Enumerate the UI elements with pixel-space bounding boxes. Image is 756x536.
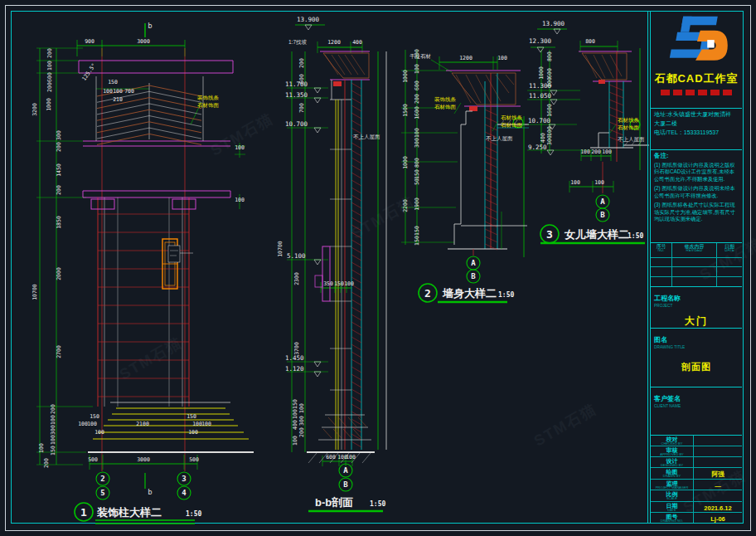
cad-annotation: 300 bbox=[414, 138, 420, 148]
grid-bubble-label: B bbox=[471, 272, 476, 280]
cad-line bbox=[496, 75, 509, 93]
cad-annotation: 900 bbox=[85, 38, 94, 45]
cad-line bbox=[610, 124, 616, 133]
cad-line bbox=[485, 207, 497, 212]
cad-annotation: 1:50 bbox=[498, 291, 514, 299]
revision-row bbox=[651, 258, 742, 268]
cad-annotation: 12.300 bbox=[529, 37, 552, 45]
cad-line bbox=[328, 417, 337, 426]
studio-slogan-blocks bbox=[661, 90, 732, 95]
cad-line bbox=[351, 120, 361, 126]
cad-annotation: 200 bbox=[414, 49, 420, 59]
cad-line bbox=[149, 134, 201, 144]
cad-annotation: 800 bbox=[585, 38, 595, 45]
cad-line bbox=[338, 55, 351, 75]
cad-annotation: 500 bbox=[189, 456, 199, 463]
cad-line bbox=[485, 199, 497, 205]
cad-line bbox=[351, 247, 361, 253]
cad-annotation: 1200 bbox=[327, 39, 341, 46]
cad-annotation: 3700 bbox=[293, 342, 300, 355]
cad-line bbox=[351, 359, 361, 365]
phone-line: 电话/TEL：15333119537 bbox=[654, 129, 739, 138]
cad-annotation: 400 bbox=[352, 39, 362, 46]
cad-line bbox=[351, 434, 361, 440]
drawing-title-section: 图名 DRAWING TITLE 剖面图 bbox=[651, 329, 742, 387]
grid-bubble-label: B bbox=[600, 211, 605, 219]
cad-annotation: 不上人屋面 bbox=[618, 136, 645, 143]
cad-annotation: 200 bbox=[56, 142, 62, 152]
cad-line bbox=[609, 92, 623, 98]
cad-line bbox=[343, 429, 351, 438]
cad-annotation: 2300 bbox=[293, 272, 300, 285]
cad-annotation: 100 bbox=[298, 403, 305, 413]
cad-line bbox=[485, 124, 497, 130]
cad-annotation: 100 bbox=[580, 149, 590, 155]
cad-annotation: 石材线条 bbox=[501, 115, 523, 121]
cad-line bbox=[610, 55, 622, 76]
cad-line bbox=[353, 429, 361, 438]
cad-line bbox=[149, 116, 201, 127]
cad-line bbox=[338, 417, 346, 426]
grid-bubble-label: A bbox=[471, 259, 476, 267]
cad-line bbox=[149, 122, 201, 133]
titleblock-info-table: 校对CHECKED BY审核APPROVED BY设计DESIGNED BY绘图… bbox=[651, 436, 742, 523]
cad-annotation: 1850 bbox=[56, 216, 62, 229]
cad-annotation: 1000 bbox=[538, 66, 545, 80]
cad-annotation: 100 bbox=[602, 149, 612, 155]
cad-line bbox=[485, 162, 497, 168]
cad-line bbox=[351, 404, 361, 410]
cad-rect bbox=[469, 106, 477, 111]
cad-annotation: 300 bbox=[56, 130, 62, 140]
cad-line bbox=[485, 229, 497, 235]
cad-line bbox=[485, 169, 497, 175]
cad-line bbox=[609, 107, 623, 113]
cad-annotation: 10700 bbox=[277, 241, 284, 257]
cad-line bbox=[97, 122, 149, 133]
titleblock-row: 监理PROJECT MANAGER— bbox=[651, 480, 742, 490]
cad-line bbox=[351, 292, 361, 298]
cad-line bbox=[351, 382, 361, 387]
cad-line bbox=[348, 417, 356, 426]
cad-line bbox=[485, 222, 497, 227]
cad-annotation: 石材饰面 bbox=[434, 104, 457, 110]
studio-logo-section: 石都CAD工作室 bbox=[651, 12, 742, 109]
cad-line bbox=[351, 374, 361, 380]
cad-line bbox=[351, 202, 361, 208]
cad-line bbox=[351, 113, 361, 119]
cad-line bbox=[149, 110, 201, 120]
cad-annotation: 11.050 bbox=[529, 92, 552, 100]
cad-drawing-canvas: 12534ABAB2AB3b90030003200107002001006002… bbox=[0, 0, 756, 536]
cad-annotation: 210 bbox=[113, 96, 123, 103]
project-section: 工程名称 PROJECT 大门 bbox=[651, 287, 742, 329]
cad-annotation: 400 bbox=[292, 420, 298, 430]
cad-line bbox=[609, 129, 623, 135]
cad-annotation: 石材饰面 bbox=[618, 124, 640, 131]
cad-line bbox=[351, 389, 361, 395]
cad-line bbox=[149, 98, 201, 109]
cad-annotation: 2700 bbox=[56, 345, 62, 358]
cad-rect bbox=[333, 81, 342, 86]
cad-annotation: 11.350 bbox=[285, 91, 308, 99]
cad-annotation: 100 bbox=[570, 179, 580, 186]
cad-annotation: 1450 bbox=[56, 163, 62, 177]
revision-table-header: 序号NO. 修改内容REVISED 日期DATE bbox=[651, 243, 742, 258]
cad-line bbox=[351, 128, 361, 134]
cad-line bbox=[351, 225, 361, 231]
revision-table: 序号NO. 修改内容REVISED 日期DATE bbox=[651, 243, 742, 287]
cad-line bbox=[97, 110, 149, 120]
cad-line bbox=[506, 75, 514, 85]
cad-annotation: 不上人屋面 bbox=[353, 134, 380, 140]
cad-annotation: b bbox=[148, 488, 152, 496]
cad-poly bbox=[537, 47, 544, 52]
cad-annotation: 200 bbox=[46, 82, 53, 92]
cad-line bbox=[351, 367, 361, 373]
cad-line bbox=[351, 300, 361, 305]
cad-line bbox=[97, 128, 149, 139]
cad-annotation: 1600 bbox=[546, 104, 553, 117]
cad-line bbox=[485, 147, 497, 153]
cad-annotation: 500 bbox=[88, 456, 98, 463]
cad-line bbox=[351, 352, 361, 358]
project-label-en: PROJECT bbox=[654, 304, 739, 308]
cad-line bbox=[351, 150, 361, 156]
cad-line bbox=[351, 337, 361, 343]
